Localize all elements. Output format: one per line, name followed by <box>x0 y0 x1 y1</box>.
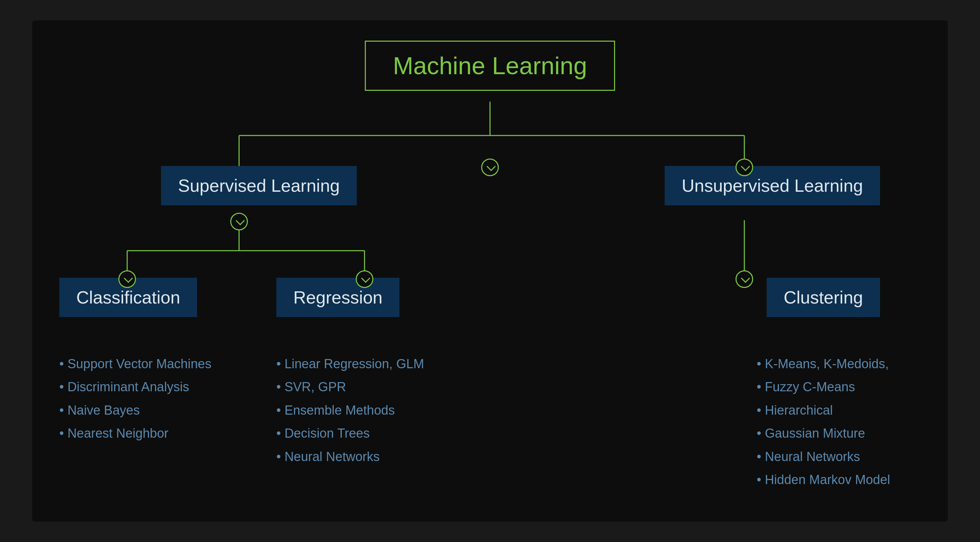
list-item: Hierarchical <box>757 399 890 422</box>
list-item: Naive Bayes <box>59 399 211 422</box>
chevron-unsupervised <box>735 158 753 176</box>
list-item: Hidden Markov Model <box>757 468 890 491</box>
clustering-label: Clustering <box>784 288 863 307</box>
root-node: Machine Learning <box>365 41 615 91</box>
list-item: Discriminant Analysis <box>59 376 211 398</box>
clustering-node: Clustering <box>767 278 880 317</box>
list-item: Support Vector Machines <box>59 352 211 376</box>
chevron-root <box>481 158 499 176</box>
list-item: Fuzzy C-Means <box>757 376 890 398</box>
chevron-supervised <box>230 213 248 230</box>
supervised-learning-node: Supervised Learning <box>161 166 357 205</box>
list-item: Ensemble Methods <box>276 399 424 422</box>
list-item: Nearest Neighbor <box>59 422 211 445</box>
regression-node: Regression <box>276 278 399 317</box>
regression-label: Regression <box>293 288 382 307</box>
list-item: Gaussian Mixture <box>757 422 890 445</box>
list-item: Linear Regression, GLM <box>276 352 424 376</box>
list-item: Neural Networks <box>757 445 890 468</box>
classification-list: Support Vector Machines Discriminant Ana… <box>59 352 211 445</box>
regression-list: Linear Regression, GLM SVR, GPR Ensemble… <box>276 352 424 468</box>
chevron-classification <box>118 270 136 288</box>
root-label: Machine Learning <box>393 52 587 79</box>
list-item: Decision Trees <box>276 422 424 445</box>
classification-label: Classification <box>76 288 180 307</box>
unsupervised-learning-node: Unsupervised Learning <box>665 166 880 205</box>
supervised-label: Supervised Learning <box>178 176 340 195</box>
chevron-clustering <box>735 270 753 288</box>
list-item: SVR, GPR <box>276 376 424 398</box>
list-item: K-Means, K-Medoids, <box>757 352 890 376</box>
list-item: Neural Networks <box>276 445 424 468</box>
unsupervised-label: Unsupervised Learning <box>682 176 863 195</box>
clustering-list: K-Means, K-Medoids, Fuzzy C-Means Hierar… <box>757 352 890 491</box>
diagram-container: Machine Learning Supervised Learning Uns… <box>32 20 948 522</box>
chevron-regression <box>356 270 373 288</box>
